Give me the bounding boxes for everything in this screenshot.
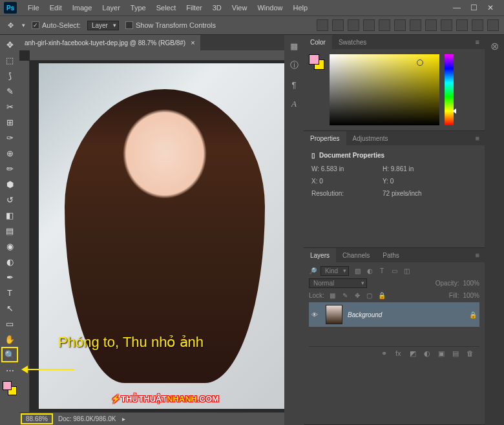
visibility-icon[interactable]: 👁 — [311, 311, 320, 318]
color-swatch[interactable] — [3, 381, 17, 395]
maximize-button[interactable]: ☐ — [468, 3, 479, 12]
dropdown-icon[interactable]: ▾ — [22, 22, 25, 28]
tab-paths[interactable]: Paths — [376, 248, 406, 262]
align-icon[interactable] — [456, 19, 468, 31]
align-icon[interactable] — [410, 19, 421, 31]
layer-thumbnail[interactable] — [326, 305, 342, 324]
marquee-tool[interactable]: ⬚ — [2, 53, 17, 67]
adjustment-icon[interactable]: ◐ — [424, 349, 433, 358]
type-tool[interactable]: T — [2, 285, 17, 300]
move-tool[interactable]: ✥ — [2, 37, 17, 52]
tab-color[interactable]: Color — [304, 35, 332, 49]
crop-tool[interactable]: ✂ — [2, 99, 17, 114]
shape-tool[interactable]: ▭ — [2, 316, 17, 331]
history-brush-tool[interactable]: ↺ — [2, 192, 17, 207]
color-picker[interactable] — [330, 54, 439, 125]
align-icon[interactable] — [425, 19, 437, 31]
menu-layer[interactable]: Layer — [98, 2, 125, 14]
menu-window[interactable]: Window — [253, 2, 287, 14]
menu-filter[interactable]: Filter — [182, 2, 206, 14]
color-foreground-background[interactable] — [309, 54, 324, 70]
new-layer-icon[interactable]: ▤ — [452, 349, 461, 358]
brush-tool[interactable]: ✏ — [2, 161, 17, 176]
canvas[interactable]: Phóng to, Thu nhỏ ảnh ⚡THỦTHUẬTNHANH.COM — [39, 63, 284, 409]
auto-select-checkbox[interactable]: ✓Auto-Select: — [32, 21, 81, 29]
tab-channels[interactable]: Channels — [336, 248, 376, 262]
fx-icon[interactable]: fx — [395, 349, 404, 358]
history-icon[interactable]: ▦ — [288, 40, 300, 52]
info-icon[interactable]: ⓘ — [288, 59, 300, 71]
hue-slider[interactable] — [445, 54, 454, 125]
lock-pos-icon[interactable]: ✥ — [353, 291, 362, 300]
mask-icon[interactable]: ◩ — [410, 349, 419, 358]
align-icon[interactable] — [348, 19, 359, 31]
gradient-tool[interactable]: ▤ — [2, 223, 17, 238]
filter-smart-icon[interactable]: ◫ — [402, 267, 411, 276]
character-icon[interactable]: A — [288, 98, 300, 110]
filter-kind[interactable]: Kind — [320, 266, 349, 276]
panel-menu-icon[interactable]: ≡ — [470, 251, 485, 259]
panel-menu-icon[interactable]: ≡ — [470, 134, 485, 142]
lasso-tool[interactable]: ⟆ — [2, 68, 17, 83]
tab-swatches[interactable]: Swatches — [332, 35, 373, 49]
tab-adjustments[interactable]: Adjustments — [346, 131, 395, 145]
healing-tool[interactable]: ⊕ — [2, 146, 17, 160]
tab-layers[interactable]: Layers — [304, 248, 336, 262]
menu-type[interactable]: Type — [126, 2, 151, 14]
creative-cloud-icon[interactable]: ⊗ — [490, 40, 499, 425]
panel-menu-icon[interactable]: ≡ — [470, 38, 485, 46]
lock-all-icon[interactable]: 🔒 — [377, 291, 386, 300]
menu-image[interactable]: Image — [68, 2, 97, 14]
close-button[interactable]: ✕ — [485, 3, 496, 12]
3d-mode-icon[interactable] — [472, 19, 483, 31]
minimize-button[interactable]: — — [451, 3, 463, 12]
link-layers-icon[interactable]: ⚭ — [381, 349, 390, 358]
menu-file[interactable]: File — [23, 2, 44, 14]
3d-mode-icon[interactable] — [487, 19, 499, 31]
align-icon[interactable] — [394, 19, 406, 31]
blur-tool[interactable]: ◉ — [2, 239, 17, 253]
tab-close-icon[interactable]: × — [191, 39, 194, 47]
menu-help[interactable]: Help — [289, 2, 313, 14]
lock-icon[interactable]: 🔒 — [469, 311, 477, 318]
align-icon[interactable] — [441, 19, 452, 31]
fill-value[interactable]: 100% — [463, 292, 479, 299]
delete-icon[interactable]: 🗑 — [467, 349, 476, 358]
menu-edit[interactable]: Edit — [45, 2, 67, 14]
layer-name[interactable]: Background — [348, 311, 382, 318]
opacity-value[interactable]: 100% — [463, 280, 479, 287]
paragraph-icon[interactable]: ¶ — [288, 79, 300, 90]
align-icon[interactable] — [332, 19, 344, 31]
frame-tool[interactable]: ⊞ — [2, 115, 17, 129]
tab-properties[interactable]: Properties — [304, 131, 346, 145]
edit-toolbar[interactable]: ⋯ — [2, 363, 17, 377]
eyedropper-tool[interactable]: ✑ — [2, 130, 17, 145]
pen-tool[interactable]: ✒ — [2, 270, 17, 284]
filter-shape-icon[interactable]: ▭ — [390, 267, 399, 276]
align-icon[interactable] — [363, 19, 375, 31]
menu-3d[interactable]: 3D — [208, 2, 226, 14]
filter-type-icon[interactable]: T — [377, 267, 386, 276]
quick-select-tool[interactable]: ✎ — [2, 84, 17, 98]
lock-artboard-icon[interactable]: ▢ — [365, 291, 374, 300]
hand-tool[interactable]: ✋ — [2, 332, 17, 346]
stamp-tool[interactable]: ⬢ — [2, 177, 17, 191]
group-icon[interactable]: ▣ — [438, 349, 447, 358]
show-transform-checkbox[interactable]: Show Transform Controls — [125, 21, 216, 29]
search-icon[interactable]: 🔎 — [309, 267, 317, 275]
filter-adjust-icon[interactable]: ◐ — [365, 267, 374, 276]
zoom-tool[interactable]: 🔍 — [2, 347, 17, 362]
status-arrow-icon[interactable]: ▸ — [122, 415, 125, 422]
align-icon[interactable] — [317, 19, 328, 31]
zoom-level[interactable]: 88.68% — [22, 415, 52, 423]
dodge-tool[interactable]: ◐ — [2, 254, 17, 269]
menu-view[interactable]: View — [227, 2, 252, 14]
align-icon[interactable] — [379, 19, 390, 31]
blend-mode[interactable]: Normal — [309, 278, 367, 288]
lock-trans-icon[interactable]: ▦ — [328, 291, 337, 300]
layer-background[interactable]: 👁 Background 🔒 — [309, 302, 479, 327]
eraser-tool[interactable]: ◧ — [2, 208, 17, 222]
lock-paint-icon[interactable]: ✎ — [341, 291, 350, 300]
path-select-tool[interactable]: ↖ — [2, 301, 17, 315]
document-tab[interactable]: anh-girl-xinh-facebook-tuyet-dep.jpg @ 8… — [19, 35, 200, 50]
